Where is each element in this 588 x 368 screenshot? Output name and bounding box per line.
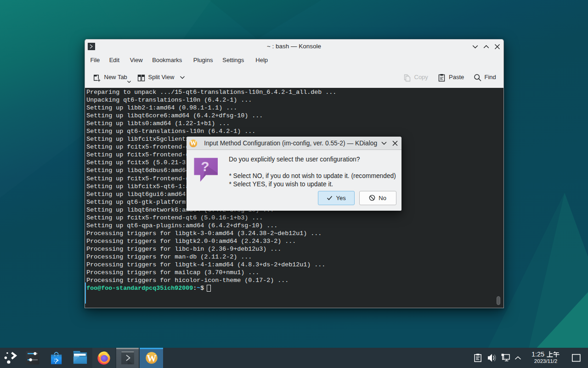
svg-text:?: ? (201, 159, 209, 174)
svg-text:W: W (147, 352, 156, 363)
